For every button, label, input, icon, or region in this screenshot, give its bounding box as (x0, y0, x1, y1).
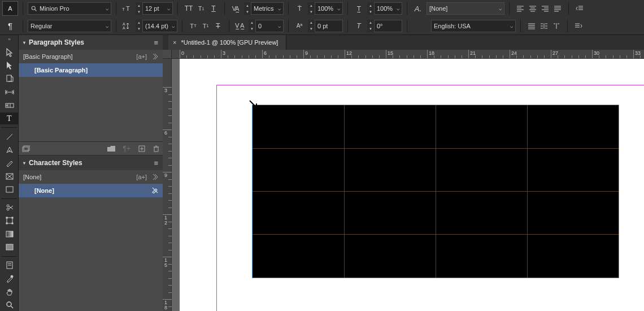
groups-icon[interactable] (22, 145, 30, 152)
gradient-swatch-tool[interactable] (0, 228, 19, 240)
align-right-button[interactable] (539, 2, 551, 15)
close-icon[interactable]: × (173, 39, 176, 46)
document-tab[interactable]: × *Untitled-1 @ 100% [GPU Preview] (168, 35, 286, 50)
line-tool[interactable] (0, 131, 19, 142)
kerning-stepper[interactable]: ▲▼ (244, 2, 251, 15)
align-justify-button[interactable] (551, 2, 564, 15)
font-size-field[interactable]: ▲▼ 12 pt⌵ (136, 2, 173, 15)
gap-tool[interactable] (0, 86, 19, 98)
language-value: English: USA (434, 23, 471, 29)
align-away-spine-button[interactable] (550, 20, 563, 32)
small-caps-button[interactable]: TT (187, 20, 199, 32)
tracking-stepper[interactable]: ▲▼ (249, 20, 255, 32)
align-toward-spine-button[interactable] (538, 20, 550, 32)
leading-field[interactable]: ▲▼ (14.4 pt)⌵ (136, 20, 177, 32)
ruler-origin[interactable] (163, 50, 172, 59)
horizontal-scale-field[interactable]: ▲▼ 100%⌵ (367, 2, 402, 15)
svg-text:A: A (123, 22, 125, 26)
indent-right-button[interactable] (572, 20, 585, 32)
font-size-stepper[interactable]: ▲▼ (136, 2, 142, 15)
paragraph-selected-row[interactable]: [Basic Paragraph] (19, 63, 163, 77)
align-center-button[interactable] (526, 2, 539, 15)
side-panels: ▾ Paragraph Styles ≡ [Basic Paragraph] [… (19, 35, 163, 311)
superscript-button[interactable]: T1 (195, 2, 207, 15)
panel-menu-icon[interactable]: ≡ (154, 38, 158, 47)
svg-text:T: T (126, 5, 130, 12)
ruler-label: 1 8 (164, 300, 167, 310)
panel-menu-icon[interactable]: ≡ (154, 159, 158, 167)
horizontal-scale-stepper[interactable]: ▲▼ (367, 2, 374, 15)
baseline-shift-field[interactable]: ▲▼ 0 pt (308, 20, 343, 32)
paragraph-selected-label: [Basic Paragraph] (34, 67, 88, 74)
canvas-area[interactable]: 3691 21 51 8 (163, 59, 644, 311)
pen-tool[interactable] (0, 144, 19, 156)
document-page[interactable] (180, 59, 644, 311)
skew-stepper[interactable]: ▲▼ (367, 20, 374, 32)
indent-left-button[interactable] (573, 2, 586, 15)
content-collector-tool[interactable] (0, 99, 19, 111)
paragraph-styles-header[interactable]: ▾ Paragraph Styles ≡ (19, 35, 163, 50)
character-selected-row[interactable]: [None] (19, 184, 163, 197)
quick-apply-icon[interactable]: [a+] (136, 174, 147, 180)
svg-point-59 (7, 208, 9, 210)
rectangle-tool[interactable] (0, 183, 19, 195)
align-left-button[interactable] (514, 2, 526, 15)
toolbar-collapse-button[interactable]: » (0, 35, 19, 43)
paragraph-styles-panel: ▾ Paragraph Styles ≡ [Basic Paragraph] [… (19, 35, 163, 155)
pilcrow-icon[interactable]: ¶+ (123, 145, 130, 153)
eyedropper-tool[interactable] (0, 273, 19, 284)
vertical-scale-field[interactable]: ▲▼ 100%⌵ (308, 2, 343, 15)
ruler-label: 15 (386, 50, 393, 56)
font-size-value: 12 pt (145, 5, 159, 12)
skew-field[interactable]: ▲▼ 0° (367, 20, 402, 32)
tracking-field[interactable]: ▲▼ 0⌵ (249, 20, 284, 32)
new-style-icon[interactable] (138, 145, 145, 152)
free-transform-tool[interactable] (0, 215, 19, 227)
hand-tool[interactable] (0, 286, 19, 297)
all-caps-button[interactable]: TT (182, 2, 195, 15)
character-styles-header[interactable]: ▾ Character Styles ≡ (19, 156, 163, 170)
tracking-icon: V̲A̲ (234, 20, 246, 32)
font-style-field[interactable]: Regular ⌵ (28, 20, 111, 32)
trash-icon[interactable] (153, 145, 159, 152)
clear-overrides-icon[interactable] (153, 174, 158, 180)
gradient-feather-tool[interactable] (0, 241, 19, 253)
ruler-label: 6 (262, 50, 267, 56)
character-formatting-controls[interactable]: A (2, 1, 18, 16)
character-none-row[interactable]: [None] [a+] (19, 170, 163, 184)
frame-cursor-icon (249, 100, 258, 109)
strikethrough-button[interactable]: T (212, 20, 224, 32)
folder-icon[interactable] (107, 146, 115, 152)
vertical-ruler[interactable]: 3691 21 51 8 (163, 59, 172, 311)
placed-frame[interactable] (253, 105, 619, 278)
character-style-field[interactable]: [None] ⌵ (427, 2, 504, 15)
paragraph-formatting-controls[interactable]: ¶ (2, 19, 18, 33)
scissors-tool[interactable] (0, 201, 19, 213)
clear-overrides-icon[interactable] (153, 53, 158, 60)
justify-all-left-button[interactable] (525, 20, 538, 32)
note-tool[interactable] (0, 260, 19, 271)
language-field[interactable]: English: USA ⌵ (431, 20, 516, 32)
pencil-tool[interactable] (0, 157, 19, 169)
rectangle-frame-tool[interactable] (0, 170, 19, 182)
direct-selection-tool[interactable] (0, 59, 19, 71)
font-size-icon: TT (121, 2, 133, 15)
page-tool[interactable] (0, 73, 19, 85)
chevron-down-icon: ⌵ (337, 6, 340, 11)
underline-button[interactable]: T (207, 2, 220, 15)
paragraph-base-row[interactable]: [Basic Paragraph] [a+] (19, 50, 163, 63)
vertical-scale-stepper[interactable]: ▲▼ (308, 2, 315, 15)
zoom-tool[interactable] (0, 299, 19, 311)
kerning-icon: VA̲ (229, 2, 242, 15)
kerning-field[interactable]: ▲▼ Metrics⌵ (244, 2, 284, 15)
svg-rect-57 (6, 187, 13, 192)
baseline-shift-stepper[interactable]: ▲▼ (308, 20, 315, 32)
subscript-button[interactable]: T1 (199, 20, 212, 32)
horizontal-ruler[interactable]: 03691215182124273033 (163, 50, 644, 59)
svg-line-1 (35, 10, 37, 11)
font-family-field[interactable]: Minion Pro ⌵ (28, 2, 111, 15)
leading-stepper[interactable]: ▲▼ (136, 20, 142, 32)
quick-apply-icon[interactable]: [a+] (136, 53, 147, 60)
selection-tool[interactable] (0, 46, 19, 58)
type-tool[interactable]: T (0, 113, 19, 124)
